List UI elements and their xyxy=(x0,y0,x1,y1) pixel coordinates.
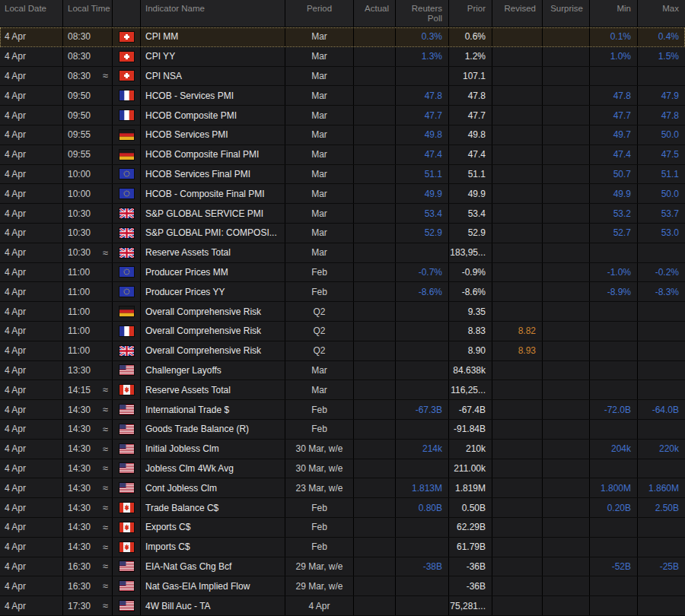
cell-period: Feb xyxy=(285,400,354,419)
table-row[interactable]: 4 Apr09:50HCOB Composite PMIMar47.747.74… xyxy=(0,106,685,125)
table-row[interactable]: 4 Apr16:30≈Nat Gas-EIA Implied Flow29 Ma… xyxy=(0,576,685,596)
flag-fr-icon xyxy=(119,90,134,100)
header-date[interactable]: Local Date xyxy=(0,0,63,27)
cell-country-flag xyxy=(113,341,141,360)
table-row[interactable]: 4 Apr17:30≈4W Bill Auc - TA4 Apr75,281..… xyxy=(0,596,685,616)
cell-max xyxy=(638,361,685,380)
cell-period: 30 Mar, w/e xyxy=(285,459,354,478)
header-period[interactable]: Period xyxy=(285,0,354,27)
cell-surprise xyxy=(543,165,590,184)
header-poll[interactable]: Reuters Poll xyxy=(396,0,449,27)
table-row[interactable]: 4 Apr14:30≈Initial Jobless Clm30 Mar, w/… xyxy=(0,440,685,459)
header-actual[interactable]: Actual xyxy=(354,0,396,27)
time-text: 11:00 xyxy=(68,287,90,297)
cell-poll: 47.7 xyxy=(396,106,449,125)
flag-ca-icon xyxy=(119,385,134,395)
cell-actual xyxy=(354,165,396,184)
cell-country-flag xyxy=(113,400,141,419)
table-row[interactable]: 4 Apr14:30≈Jobless Clm 4Wk Avg30 Mar, w/… xyxy=(0,459,685,479)
cell-min: 0.20B xyxy=(590,498,638,517)
cell-min xyxy=(590,243,638,262)
cell-local-time: 17:30≈ xyxy=(63,596,113,615)
cell-local-date: 4 Apr xyxy=(0,538,63,557)
flag-us-icon xyxy=(119,561,134,571)
cell-min xyxy=(590,341,638,360)
table-row[interactable]: 4 Apr11:00Overall Comprehensive RiskQ28.… xyxy=(0,322,685,341)
cell-indicator-name: Jobless Clm 4Wk Avg xyxy=(141,459,285,478)
cell-local-time: 14:30≈ xyxy=(63,420,113,439)
cell-min xyxy=(590,538,638,557)
time-text: 11:00 xyxy=(68,345,90,356)
table-row[interactable]: 4 Apr08:30≈CPI NSAMar107.1 xyxy=(0,67,685,87)
cell-poll: 1.813M xyxy=(396,478,449,497)
table-row[interactable]: 4 Apr10:30≈Reserve Assets TotalMar183,95… xyxy=(0,243,685,263)
header-prior[interactable]: Prior xyxy=(449,0,492,27)
header-surprise[interactable]: Surprise xyxy=(543,0,590,27)
cell-max: 51.1 xyxy=(638,165,685,184)
table-row[interactable]: 4 Apr14:30≈Goods Trade Balance (R)Feb-91… xyxy=(0,420,685,440)
time-text: 11:00 xyxy=(68,306,90,317)
cell-indicator-name: S&P GLOBAL SERVICE PMI xyxy=(141,204,285,223)
table-row[interactable]: 4 Apr10:30S&P GLOBAL PMI: COMPOSI...Mar5… xyxy=(0,224,685,243)
table-row[interactable]: 4 Apr09:50HCOB - Services PMIMar47.847.8… xyxy=(0,86,685,106)
table-row[interactable]: 4 Apr14:30≈Cont Jobless Clm23 Mar, w/e1.… xyxy=(0,478,685,498)
flag-us-icon xyxy=(119,601,134,611)
header-flag[interactable] xyxy=(113,0,141,27)
cell-max xyxy=(638,322,685,341)
cell-local-date: 4 Apr xyxy=(0,106,63,125)
table-row[interactable]: 4 Apr16:30≈EIA-Nat Gas Chg Bcf29 Mar, w/… xyxy=(0,557,685,577)
header-time[interactable]: Local Time xyxy=(63,0,113,27)
table-row[interactable]: 4 Apr14:30≈International Trade $Feb-67.3… xyxy=(0,400,685,420)
time-text: 10:30 xyxy=(68,227,91,238)
table-row[interactable]: 4 Apr13:30Challenger LayoffsMar84.638k xyxy=(0,361,685,381)
table-row[interactable]: 4 Apr11:00Producer Prices YYFeb-8.6%-8.6… xyxy=(0,282,685,302)
cell-revised xyxy=(492,576,543,595)
time-text: 14:30 xyxy=(68,541,91,552)
cell-prior: 8.90 xyxy=(449,341,492,360)
flag-ca-icon xyxy=(119,522,134,532)
table-row[interactable]: 4 Apr10:00HCOB Services Final PMIMar51.1… xyxy=(0,165,685,185)
table-row[interactable]: 4 Apr14:30≈Exports C$Feb62.29B xyxy=(0,518,685,538)
table-row[interactable]: 4 Apr14:30≈Trade Balance C$Feb0.80B0.50B… xyxy=(0,498,685,518)
cell-actual xyxy=(354,86,396,105)
header-revised[interactable]: Revised xyxy=(492,0,543,27)
cell-local-time: 10:30≈ xyxy=(63,243,113,262)
cell-country-flag xyxy=(113,27,141,46)
table-row[interactable]: 4 Apr10:00HCOB - Composite Final PMIMar4… xyxy=(0,184,685,204)
cell-country-flag xyxy=(113,47,141,66)
cell-surprise xyxy=(543,498,590,517)
table-row[interactable]: 4 Apr14:30≈Imports C$Feb61.79B xyxy=(0,538,685,557)
table-row[interactable]: 4 Apr11:00Producer Prices MMFeb-0.7%-0.9… xyxy=(0,263,685,283)
table-row[interactable]: 4 Apr11:00Overall Comprehensive RiskQ29.… xyxy=(0,302,685,322)
time-text: 14:30 xyxy=(68,405,91,415)
cell-prior: 61.79B xyxy=(449,538,492,557)
cell-actual xyxy=(354,538,396,557)
table-row[interactable]: 4 Apr11:00Overall Comprehensive RiskQ28.… xyxy=(0,341,685,361)
cell-period: Feb xyxy=(285,518,354,537)
cell-max: 1.860M xyxy=(638,478,685,497)
table-row[interactable]: 4 Apr10:30S&P GLOBAL SERVICE PMIMar53.45… xyxy=(0,204,685,224)
cell-min: -52B xyxy=(590,557,638,576)
table-row[interactable]: 4 Apr09:55HCOB Services PMIMar49.849.849… xyxy=(0,125,685,145)
cell-max: 53.7 xyxy=(638,204,685,223)
cell-local-date: 4 Apr xyxy=(0,380,63,399)
cell-indicator-name: CPI YY xyxy=(141,47,285,66)
cell-indicator-name: Overall Comprehensive Risk xyxy=(141,322,285,341)
cell-revised xyxy=(492,282,543,301)
cell-prior: 47.4 xyxy=(449,145,492,164)
header-min[interactable]: Min xyxy=(590,0,638,27)
cell-indicator-name: Imports C$ xyxy=(141,538,285,557)
table-row[interactable]: 4 Apr08:30CPI YYMar1.3%1.2%1.0%1.5% xyxy=(0,47,685,67)
header-indicator[interactable]: Indicator Name xyxy=(141,0,285,27)
table-row[interactable]: 4 Apr14:15≈Reserve Assets TotalMar116,25… xyxy=(0,380,685,400)
cell-poll: -38B xyxy=(396,557,449,576)
cell-country-flag xyxy=(113,322,141,341)
cell-country-flag xyxy=(113,204,141,223)
header-max[interactable]: Max xyxy=(638,0,685,27)
table-row[interactable]: 4 Apr08:30CPI MMMar0.3%0.6%0.1%0.4% xyxy=(0,27,685,47)
cell-local-date: 4 Apr xyxy=(0,67,63,86)
cell-local-time: 14:15≈ xyxy=(63,380,113,399)
cell-max xyxy=(638,67,685,86)
table-row[interactable]: 4 Apr09:55HCOB Composite Final PMIMar47.… xyxy=(0,145,685,165)
cell-local-date: 4 Apr xyxy=(0,322,63,341)
